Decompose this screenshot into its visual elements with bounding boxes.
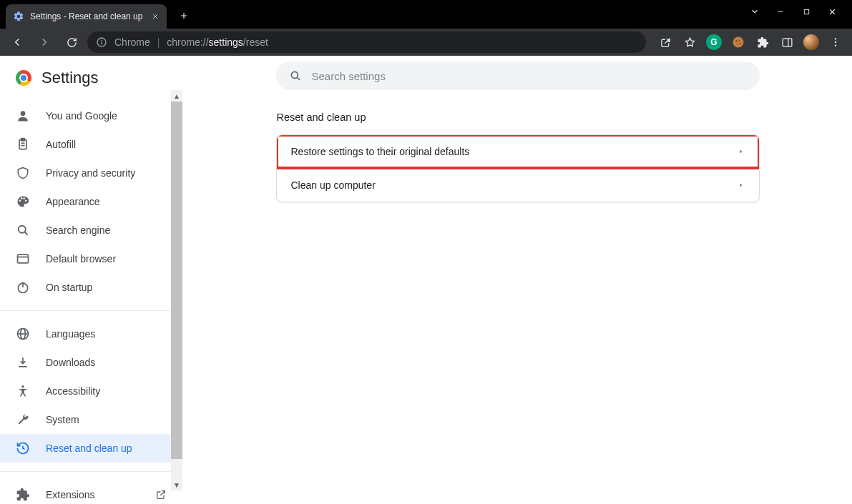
chevron-right-icon bbox=[738, 182, 745, 189]
restore-icon bbox=[16, 441, 30, 455]
svg-point-29 bbox=[21, 385, 24, 387]
extension-cookie-icon[interactable] bbox=[728, 31, 749, 53]
sidebar-item-label: You and Google bbox=[46, 110, 117, 122]
address-bar[interactable]: Chrome | chrome://settings/reset bbox=[87, 31, 646, 53]
sidebar-item-reset-clean-up[interactable]: Reset and clean up bbox=[0, 434, 182, 463]
svg-rect-21 bbox=[18, 255, 29, 263]
sidebar-item-label: Extensions bbox=[46, 489, 94, 500]
scroll-down-icon[interactable]: ▼ bbox=[171, 479, 182, 490]
extensions-puzzle-icon[interactable] bbox=[752, 31, 773, 53]
reset-card: Restore settings to their original defau… bbox=[276, 134, 760, 202]
svg-point-12 bbox=[835, 41, 836, 43]
svg-point-4 bbox=[733, 37, 744, 48]
sidebar-item-search-engine[interactable]: Search engine bbox=[0, 216, 182, 244]
share-icon[interactable] bbox=[655, 31, 676, 53]
puzzle-icon bbox=[16, 488, 30, 502]
row-clean-up-computer[interactable]: Clean up computer bbox=[277, 168, 759, 202]
tab-close-icon[interactable] bbox=[142, 12, 160, 21]
nav-footer: Extensions bbox=[0, 478, 182, 504]
sidebar-item-autofill[interactable]: Autofill bbox=[0, 130, 182, 159]
sidebar-scrollbar[interactable]: ▲ ▼ bbox=[171, 90, 182, 490]
search-icon bbox=[16, 223, 30, 237]
svg-point-19 bbox=[19, 226, 26, 233]
tab-strip: Settings - Reset and clean up bbox=[0, 4, 194, 29]
window-controls bbox=[738, 0, 852, 29]
sidebar-item-label: Accessibility bbox=[46, 385, 100, 397]
section-title: Reset and clean up bbox=[277, 112, 760, 123]
toolbar-actions: G bbox=[650, 31, 846, 53]
reload-button[interactable] bbox=[60, 31, 83, 54]
svg-rect-16 bbox=[21, 139, 25, 141]
sidebar-item-accessibility[interactable]: Accessibility bbox=[0, 377, 182, 405]
search-input[interactable] bbox=[312, 70, 747, 82]
svg-rect-9 bbox=[783, 38, 792, 46]
settings-search[interactable] bbox=[276, 61, 760, 90]
palette-icon bbox=[16, 194, 30, 209]
scroll-up-icon[interactable]: ▲ bbox=[171, 90, 182, 102]
sidebar-item-appearance[interactable]: Appearance bbox=[0, 187, 182, 216]
svg-point-13 bbox=[835, 44, 836, 46]
tab-title: Settings - Reset and clean up bbox=[30, 11, 142, 21]
svg-rect-0 bbox=[804, 9, 808, 14]
brand: Settings bbox=[0, 69, 182, 99]
page-title: Settings bbox=[41, 69, 99, 87]
svg-rect-3 bbox=[101, 41, 102, 44]
svg-point-8 bbox=[737, 44, 738, 45]
close-icon[interactable] bbox=[822, 1, 842, 21]
settings-sidebar: Settings You and Google Autofill Privacy… bbox=[0, 56, 183, 504]
sidebar-item-label: Privacy and security bbox=[46, 167, 135, 179]
sidebar-item-privacy[interactable]: Privacy and security bbox=[0, 159, 182, 187]
extension-grammarly-icon[interactable]: G bbox=[703, 31, 725, 53]
sidebar-item-downloads[interactable]: Downloads bbox=[0, 348, 182, 377]
profile-avatar[interactable] bbox=[800, 31, 822, 53]
sidebar-item-languages[interactable]: Languages bbox=[0, 320, 182, 348]
kebab-menu-icon[interactable] bbox=[825, 31, 846, 53]
minimize-icon[interactable] bbox=[770, 1, 790, 21]
sidebar-separator bbox=[0, 471, 182, 472]
sidebar-item-label: Autofill bbox=[46, 139, 76, 150]
scrollbar-thumb[interactable] bbox=[171, 102, 182, 459]
back-button[interactable] bbox=[6, 31, 29, 54]
svg-point-6 bbox=[739, 40, 740, 41]
download-icon bbox=[16, 355, 30, 370]
sidepanel-icon[interactable] bbox=[776, 31, 798, 53]
sidebar-separator bbox=[0, 310, 182, 311]
nav-primary: You and Google Autofill Privacy and secu… bbox=[0, 99, 182, 305]
new-tab-button[interactable] bbox=[174, 6, 194, 26]
sidebar-item-system[interactable]: System bbox=[0, 405, 182, 434]
row-label: Restore settings to their original defau… bbox=[291, 146, 470, 157]
sidebar-item-label: Languages bbox=[46, 328, 95, 340]
sidebar-item-on-startup[interactable]: On startup bbox=[0, 273, 182, 302]
svg-point-2 bbox=[101, 39, 102, 41]
svg-line-31 bbox=[297, 77, 300, 80]
gear-icon bbox=[13, 11, 24, 22]
power-icon bbox=[16, 280, 30, 295]
maximize-icon[interactable] bbox=[796, 1, 816, 21]
row-restore-defaults[interactable]: Restore settings to their original defau… bbox=[277, 135, 759, 168]
bookmark-icon[interactable] bbox=[679, 31, 700, 53]
row-label: Clean up computer bbox=[291, 179, 376, 191]
sidebar-item-default-browser[interactable]: Default browser bbox=[0, 244, 182, 273]
browser-titlebar: Settings - Reset and clean up bbox=[0, 0, 852, 29]
settings-content: Reset and clean up Restore settings to t… bbox=[183, 56, 852, 504]
browser-tab[interactable]: Settings - Reset and clean up bbox=[6, 4, 167, 29]
chevron-down-icon[interactable] bbox=[745, 1, 765, 21]
sidebar-item-label: Downloads bbox=[46, 357, 95, 368]
search-icon bbox=[289, 69, 302, 82]
sidebar-item-extensions[interactable]: Extensions bbox=[0, 480, 182, 504]
sidebar-item-you-and-google[interactable]: You and Google bbox=[0, 102, 182, 130]
svg-point-5 bbox=[735, 40, 737, 41]
svg-point-7 bbox=[740, 43, 741, 44]
browser-window-icon bbox=[16, 252, 30, 266]
person-icon bbox=[16, 109, 30, 123]
svg-line-20 bbox=[25, 232, 28, 235]
nav-advanced: Languages Downloads Accessibility System… bbox=[0, 317, 182, 465]
chrome-logo-icon bbox=[16, 70, 31, 86]
sidebar-item-label: On startup bbox=[46, 282, 92, 293]
sidebar-item-label: Search engine bbox=[46, 224, 110, 236]
chevron-right-icon bbox=[738, 148, 745, 155]
site-info-icon[interactable] bbox=[96, 36, 107, 48]
svg-point-30 bbox=[291, 71, 298, 78]
omnibox-url: Chrome | chrome://settings/reset bbox=[114, 36, 268, 48]
forward-button[interactable] bbox=[33, 31, 56, 54]
